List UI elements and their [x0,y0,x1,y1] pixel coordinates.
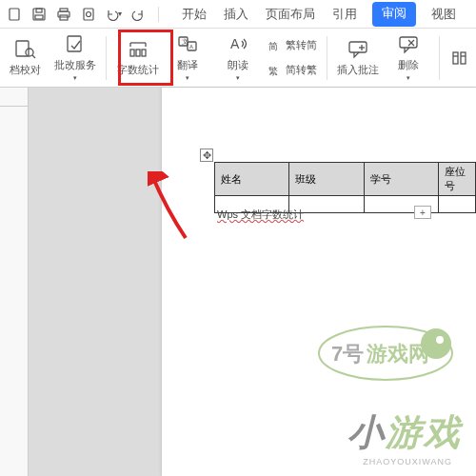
table-header[interactable]: 班级 [289,163,364,196]
vertical-ruler [0,107,29,476]
print-icon[interactable] [55,6,72,23]
chevron-down-icon: ▾ [236,74,240,82]
quick-access-toolbar: ▾ 开始 插入 页面布局 引用 审阅 视图 [0,0,476,29]
svg-text:A: A [230,36,240,51]
undo-button[interactable]: ▾ [105,6,122,23]
translate-icon: 文A [175,33,200,54]
svg-rect-32 [461,52,466,64]
watermark-logo: 7号 游戏网 [314,321,457,386]
traditional-icon: 繁 [267,63,282,78]
svg-text:繁: 繁 [268,66,278,76]
wordcount-button[interactable]: 字数统计 [114,32,161,84]
watermark-url: ZHAOYOUXIWANG [363,457,452,466]
preview-icon[interactable] [80,6,97,23]
svg-rect-7 [84,9,93,20]
svg-rect-0 [10,9,19,20]
svg-point-8 [87,11,91,16]
save-icon[interactable] [30,6,48,23]
to-simplified-button[interactable]: 简 繁转简 [266,34,319,57]
watermark-text: 小游戏 [347,408,462,457]
document-workspace: ✥ 姓名 班级 学号 座位号 + Wps 文档字数统计 [0,88,476,476]
table-row[interactable]: 姓名 班级 学号 座位号 [215,163,476,196]
approve-button[interactable]: 批改服务 ▾ [52,32,99,84]
proofread-icon [12,38,37,59]
delete-comment-button[interactable]: 删除 ▾ [385,32,431,84]
table-header[interactable]: 姓名 [215,163,289,196]
svg-rect-31 [453,52,458,64]
more-button[interactable] [447,32,474,84]
svg-rect-16 [136,50,140,56]
svg-text:A: A [189,44,193,50]
svg-rect-3 [35,15,43,19]
table-cell[interactable] [438,196,475,213]
insert-comment-button[interactable]: 插入批注 [334,32,381,84]
table-add-row-button[interactable]: + [414,206,431,219]
simplified-icon: 简 [267,38,282,53]
new-icon[interactable] [6,6,23,23]
approve-icon [63,33,88,54]
svg-rect-28 [400,37,417,48]
read-button[interactable]: A 朗读 ▾ [215,32,262,84]
ruler-corner [0,88,29,107]
svg-point-10 [26,49,33,56]
wordcount-icon [126,38,150,59]
tab-review[interactable]: 审阅 [372,2,416,27]
svg-rect-2 [36,9,42,12]
tab-start[interactable]: 开始 [180,2,208,27]
separator [327,36,327,80]
tab-view[interactable]: 视图 [429,2,458,27]
svg-point-37 [436,336,444,344]
tab-layout[interactable]: 页面布局 [264,2,317,27]
delete-comment-icon [396,33,421,54]
convert-group: 简 繁转简 繁 简转繁 [266,34,319,82]
translate-button[interactable]: 文A 翻译 ▾ [165,32,211,84]
separator [158,7,159,22]
chevron-down-icon: ▾ [186,74,189,82]
tab-insert[interactable]: 插入 [222,2,250,27]
separator [439,36,440,80]
svg-text:7号: 7号 [331,342,364,366]
read-icon: A [226,33,250,54]
document-text[interactable]: Wps 文档字数统计 [217,208,304,222]
svg-rect-17 [142,50,146,56]
ribbon: 档校对 批改服务 ▾ 字数统计 文A 翻译 ▾ A 朗读 ▾ 简 繁转简 繁 简… [0,29,476,88]
table-move-handle[interactable]: ✥ [200,149,213,162]
to-traditional-button[interactable]: 繁 简转繁 [266,59,319,82]
svg-rect-15 [130,50,134,56]
chevron-down-icon: ▾ [73,74,77,82]
more-icon [448,48,473,69]
svg-text:游戏网: 游戏网 [366,342,429,366]
redo-button[interactable] [129,6,147,23]
svg-text:简: 简 [268,41,278,51]
chevron-down-icon: ▾ [407,74,410,82]
separator [106,36,107,80]
page-gutter [29,88,162,476]
document-table[interactable]: 姓名 班级 学号 座位号 [214,162,476,213]
table-header[interactable]: 座位号 [438,163,475,196]
comment-icon [346,38,370,59]
table-header[interactable]: 学号 [364,163,438,196]
proofread-button[interactable]: 档校对 [2,32,49,84]
tab-ref[interactable]: 引用 [330,2,359,27]
ribbon-tabs: 开始 插入 页面布局 引用 审阅 视图 [180,2,458,27]
svg-text:文: 文 [182,38,188,45]
